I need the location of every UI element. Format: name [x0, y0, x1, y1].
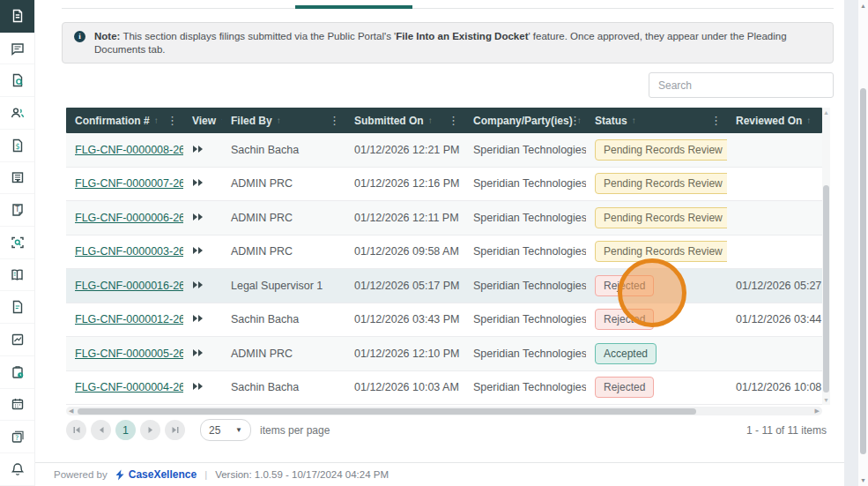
sidebar-item-users[interactable] [0, 97, 34, 130]
scrollbar-thumb[interactable] [823, 185, 829, 393]
calendar-icon [10, 396, 26, 412]
search-input[interactable] [649, 72, 834, 98]
view-fast-forward-icon[interactable] [192, 212, 204, 224]
pagination-range-label: 1 - 11 of 11 items [746, 424, 830, 437]
scroll-up-icon[interactable]: ▲ [822, 109, 830, 116]
bell-icon [10, 461, 26, 477]
view-fast-forward-icon[interactable] [192, 144, 204, 156]
scrollbar-thumb[interactable] [78, 408, 696, 415]
reviewed-on-cell [727, 236, 822, 269]
note-feature-name: File Into an Existing Docket [396, 31, 528, 41]
view-fast-forward-icon[interactable] [192, 245, 204, 258]
view-fast-forward-icon[interactable] [192, 381, 204, 393]
previous-page-button[interactable] [91, 420, 111, 440]
company-cell: Speridian Technologies [464, 201, 586, 235]
powered-by-label: Powered by [54, 469, 108, 480]
next-page-button[interactable] [140, 420, 160, 440]
first-page-button[interactable] [66, 420, 86, 440]
column-header-company[interactable]: Company/Party(ies) ↑ ⋮ [464, 108, 586, 133]
sort-arrow-icon[interactable]: ↑ [277, 116, 281, 125]
scroll-down-icon[interactable]: ▼ [822, 397, 830, 403]
file-dollar-icon: $ [10, 138, 26, 153]
column-menu-icon[interactable]: ⋮ [710, 114, 722, 127]
sidebar-item-chart[interactable] [0, 324, 34, 356]
active-tab-underline [295, 5, 412, 9]
sidebar-item-calendar[interactable] [0, 389, 34, 422]
column-menu-icon[interactable]: ⋮ [448, 114, 459, 127]
clipboard-clock-icon [10, 364, 26, 380]
company-cell: Speridian Technologies [464, 269, 586, 303]
scroll-left-icon[interactable]: ◀ [69, 407, 73, 415]
confirmation-link[interactable]: FLG-CNF-0000005-26 [75, 348, 183, 360]
column-menu-icon[interactable]: ⋮ [329, 114, 340, 127]
sidebar-item-building[interactable] [0, 162, 34, 195]
view-fast-forward-icon[interactable] [192, 280, 204, 292]
view-fast-forward-icon[interactable] [192, 177, 204, 190]
sidebar-item-chat[interactable] [0, 33, 34, 65]
confirmation-link[interactable]: FLG-CNF-0000003-26 [75, 245, 183, 258]
sidebar-item-scan-search[interactable] [0, 227, 34, 259]
filed-by-cell: Sachin Bacha [222, 371, 345, 405]
table-horizontal-scrollbar[interactable]: ◀ ▶ [66, 407, 822, 415]
status-badge: Accepted [595, 343, 657, 364]
sidebar-item-file-lines[interactable] [0, 291, 34, 324]
svg-text:T: T [14, 206, 19, 213]
company-cell: Speridian Technologies [464, 303, 586, 337]
column-header-confirmation[interactable]: Confirmation # ↑ ⋮ [66, 108, 183, 133]
sidebar-item-file-search[interactable] [0, 64, 34, 97]
confirmation-link[interactable]: FLG-CNF-0000016-26 [75, 280, 183, 292]
scroll-right-icon[interactable]: ▶ [815, 407, 820, 415]
sort-arrow-icon[interactable]: ↑ [806, 116, 811, 125]
scan-search-icon [10, 235, 26, 250]
sidebar-item-file-template[interactable]: T [0, 194, 34, 227]
sort-arrow-icon[interactable]: ↑ [632, 116, 636, 125]
last-page-button[interactable] [165, 420, 185, 440]
scroll-up-icon[interactable]: ▲ [858, 3, 868, 9]
sidebar-item-help-pages[interactable]: ? [0, 421, 34, 453]
right-gutter [844, 0, 858, 486]
sidebar-item-clipboard-clock[interactable] [0, 356, 34, 389]
sidebar-item-file-text[interactable] [0, 0, 34, 33]
filed-by-cell: Sachin Bacha [222, 303, 345, 337]
view-fast-forward-icon[interactable] [192, 348, 204, 360]
column-header-filed-by[interactable]: Filed By ↑ ⋮ [222, 108, 345, 133]
sidebar-item-book[interactable] [0, 259, 34, 292]
page-size-dropdown[interactable]: 25 ▼ [200, 419, 251, 441]
column-menu-icon[interactable]: ⋮ [167, 114, 178, 127]
brand-link[interactable]: CaseXellence [129, 468, 197, 481]
scrollbar-thumb[interactable] [860, 88, 866, 454]
sort-arrow-icon[interactable]: ↑ [428, 116, 433, 125]
reviewed-on-cell: 01/12/2026 05:27 PM [727, 269, 822, 303]
submitted-on-cell: 01/12/2026 09:58 AM [345, 236, 464, 269]
table-row: FLG-CNF-0000003-26 ADMIN PRC 01/12/2026 … [66, 236, 822, 270]
confirmation-link[interactable]: FLG-CNF-0000008-26 [75, 144, 183, 156]
table-vertical-scrollbar[interactable]: ▲ ▼ [822, 108, 830, 405]
filings-table: Confirmation # ↑ ⋮ View ↑ Filed By ↑ ⋮ S… [66, 108, 830, 415]
status-badge[interactable]: Rejected [595, 275, 654, 296]
tab-strip [62, 0, 834, 9]
status-badge: Pending Records Review [595, 207, 727, 228]
version-label: Version: 1.0.59 - 10/17/2024 04:24 PM [215, 469, 389, 480]
table-row: FLG-CNF-0000006-26 ADMIN PRC 01/12/2026 … [66, 201, 822, 236]
scroll-down-icon[interactable]: ▼ [858, 477, 868, 483]
confirmation-link[interactable]: FLG-CNF-0000007-26 [75, 177, 183, 190]
column-header-submitted-on[interactable]: Submitted On ↑ ⋮ [345, 108, 464, 133]
column-header-status[interactable]: Status ↑ ⋮ [586, 108, 727, 133]
company-cell: Speridian Technologies [464, 236, 586, 269]
sort-arrow-icon[interactable]: ↑ [154, 116, 159, 125]
confirmation-link[interactable]: FLG-CNF-0000012-26 [75, 313, 183, 325]
confirmation-link[interactable]: FLG-CNF-0000004-26 [75, 381, 183, 393]
reviewed-on-cell [727, 337, 822, 370]
sidebar-item-file-dollar[interactable]: $ [0, 130, 34, 162]
reviewed-on-cell [727, 133, 822, 167]
column-menu-icon[interactable]: ⋮ [569, 114, 581, 127]
current-page-button[interactable]: 1 [115, 420, 136, 440]
svg-text:?: ? [15, 434, 19, 442]
page-vertical-scrollbar[interactable]: ▲ ▼ [858, 0, 868, 486]
view-fast-forward-icon[interactable] [192, 313, 204, 325]
column-header-reviewed-on[interactable]: Reviewed On ↑ [727, 108, 822, 133]
confirmation-link[interactable]: FLG-CNF-0000006-26 [75, 212, 183, 224]
sidebar-item-bell[interactable] [0, 453, 34, 486]
column-header-view[interactable]: View ↑ [183, 108, 222, 133]
table-row: FLG-CNF-0000008-26 Sachin Bacha 01/12/20… [66, 133, 822, 168]
